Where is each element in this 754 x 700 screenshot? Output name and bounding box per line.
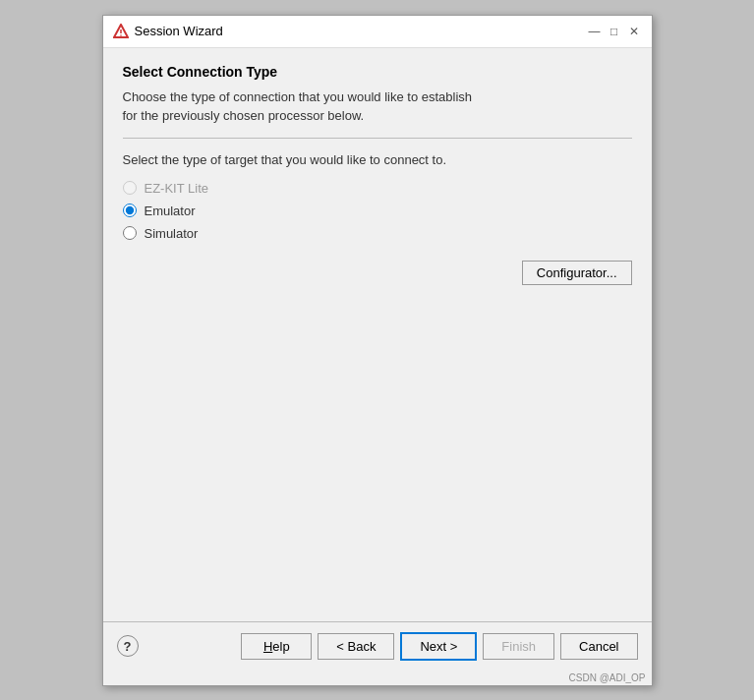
next-button[interactable]: Next >: [400, 632, 477, 661]
description: Choose the type of connection that you w…: [123, 88, 632, 126]
radio-item-simulator[interactable]: Simulator: [123, 226, 632, 241]
close-button[interactable]: ✕: [626, 24, 642, 39]
radio-item-ezkit[interactable]: EZ-KIT Lite: [123, 181, 632, 196]
footer-right: Help < Back Next > Finish Cancel: [241, 632, 637, 661]
minimize-button[interactable]: —: [587, 24, 603, 39]
watermark: CSDN @ADI_OP: [103, 671, 652, 685]
description-line2: for the previously chosen processor belo…: [123, 108, 365, 123]
content-area: Select Connection Type Choose the type o…: [103, 48, 652, 307]
configurator-button[interactable]: Configurator...: [522, 261, 632, 285]
title-bar: Session Wizard — □ ✕: [103, 16, 652, 48]
connection-type-radio-group: EZ-KIT Lite Emulator Simulator: [123, 181, 632, 241]
divider: [123, 138, 632, 139]
radio-item-emulator[interactable]: Emulator: [123, 204, 632, 218]
title-bar-controls: — □ ✕: [587, 24, 642, 39]
help-icon-button[interactable]: ?: [117, 635, 139, 657]
radio-ezkit[interactable]: [123, 181, 137, 195]
svg-point-2: [120, 34, 122, 36]
back-button[interactable]: < Back: [318, 633, 394, 660]
cancel-button[interactable]: Cancel: [560, 633, 637, 660]
help-button[interactable]: Help: [241, 633, 312, 660]
radio-label-ezkit: EZ-KIT Lite: [145, 181, 209, 196]
radio-label-emulator: Emulator: [145, 204, 196, 218]
radio-simulator[interactable]: [123, 226, 137, 240]
main-body-spacer: [103, 307, 652, 621]
finish-button[interactable]: Finish: [483, 633, 554, 660]
configurator-row: Configurator...: [123, 261, 632, 285]
app-icon: [113, 24, 129, 39]
session-wizard-window: Session Wizard — □ ✕ Select Connection T…: [102, 15, 653, 686]
radio-label-simulator: Simulator: [145, 226, 199, 241]
footer-bar: ? Help < Back Next > Finish Cancel: [103, 621, 652, 671]
radio-emulator[interactable]: [123, 204, 137, 217]
window-title: Session Wizard: [135, 24, 223, 38]
section-title: Select Connection Type: [123, 64, 632, 80]
prompt-text: Select the type of target that you would…: [123, 152, 632, 167]
title-bar-left: Session Wizard: [113, 24, 223, 39]
help-button-label: Help: [263, 639, 290, 654]
footer-left: ?: [117, 635, 139, 657]
description-line1: Choose the type of connection that you w…: [123, 89, 473, 104]
maximize-button[interactable]: □: [607, 24, 622, 39]
